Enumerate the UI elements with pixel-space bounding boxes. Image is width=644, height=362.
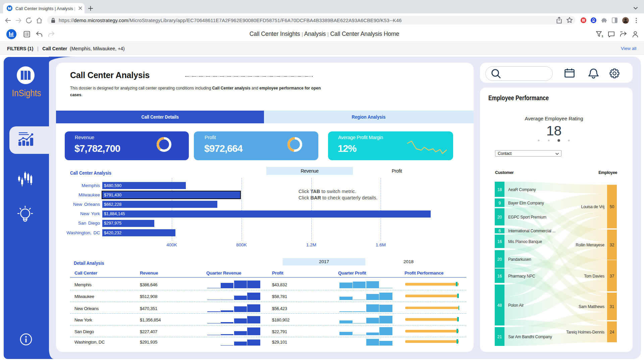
svg-text:Pandarkusen: Pandarkusen <box>508 257 531 262</box>
svg-text:9: 9 <box>498 201 501 205</box>
svg-text:16: 16 <box>497 239 502 244</box>
svg-text:Pharmacy NPC: Pharmacy NPC <box>508 274 535 279</box>
svg-text:Tareiq Holmes-Dennis: Tareiq Holmes-Dennis <box>566 330 604 335</box>
svg-text:EGPC Sport Premium: EGPC Sport Premium <box>508 215 546 220</box>
svg-text:31: 31 <box>610 304 614 309</box>
svg-text:Mis Planoo Banque: Mis Planoo Banque <box>508 239 542 244</box>
svg-text:24: 24 <box>610 330 614 335</box>
svg-text:21: 21 <box>497 335 502 339</box>
svg-text:6: 6 <box>498 229 501 233</box>
svg-text:Rollin Menayese: Rollin Menayese <box>576 243 604 247</box>
svg-text:32: 32 <box>610 243 614 247</box>
svg-text:16: 16 <box>497 274 502 279</box>
svg-text:50: 50 <box>610 204 614 209</box>
svg-text:Bayer Elm Company: Bayer Elm Company <box>508 201 544 205</box>
svg-text:Tom Davies: Tom Davies <box>584 274 604 279</box>
svg-text:20: 20 <box>497 215 502 220</box>
svg-text:Louisa de Vrij: Louisa de Vrij <box>581 204 604 209</box>
svg-text:Sar Am Bandhi Company: Sar Am Bandhi Company <box>508 335 552 339</box>
svg-text:Polon Air: Polon Air <box>508 303 524 308</box>
svg-text:48: 48 <box>497 303 502 308</box>
svg-text:Sam Matthews: Sam Matthews <box>579 304 604 309</box>
svg-text:International Commercial ...: International Commercial ... <box>508 229 555 233</box>
svg-text:20: 20 <box>497 257 502 262</box>
svg-text:18: 18 <box>497 187 502 192</box>
svg-text:37: 37 <box>610 274 614 279</box>
svg-text:AeaR Company: AeaR Company <box>508 187 536 192</box>
